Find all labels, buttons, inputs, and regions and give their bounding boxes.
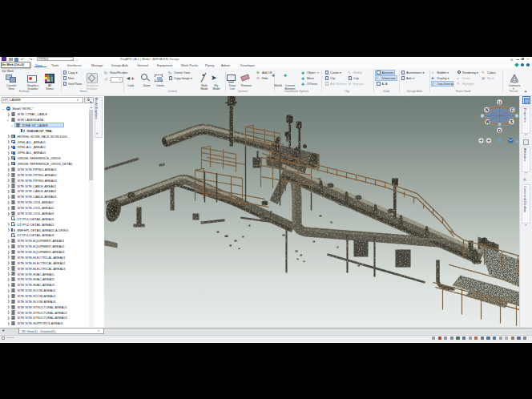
svg-text:W: W [486, 119, 490, 124]
svg-text:D: D [498, 127, 501, 132]
svg-text:U: U [498, 99, 501, 104]
svg-text:N: N [485, 107, 488, 112]
